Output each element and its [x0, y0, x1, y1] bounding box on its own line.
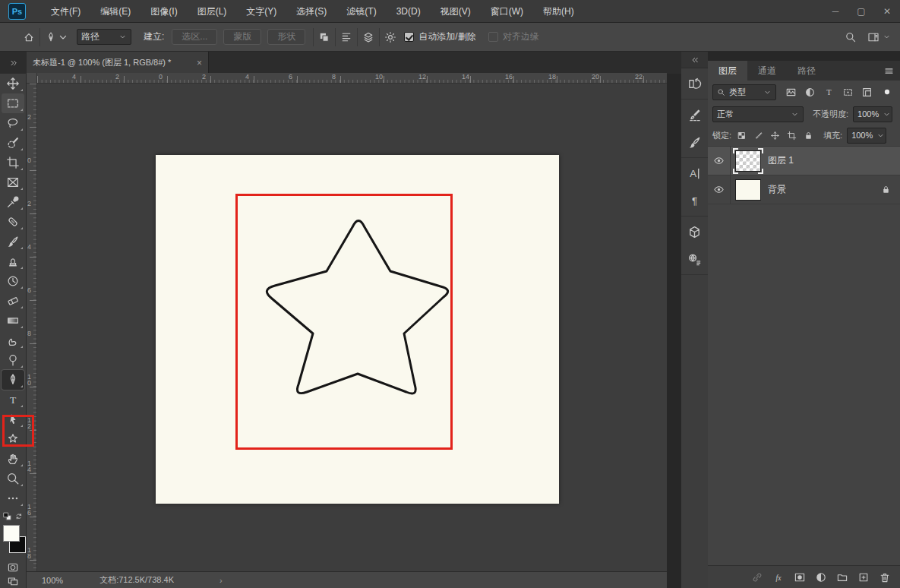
chevron-down-icon[interactable]	[57, 31, 69, 43]
lock-transparent-icon[interactable]	[734, 128, 749, 142]
minimize-button[interactable]: ─	[823, 0, 848, 23]
panel-tab-通道[interactable]: 通道	[747, 61, 787, 81]
quick-mask-button[interactable]	[2, 561, 24, 574]
layer-style-icon[interactable]: fx	[771, 570, 786, 585]
brush-tool[interactable]	[2, 232, 24, 251]
workspace-icon[interactable]	[867, 31, 879, 43]
menu-编辑(E)[interactable]: 编辑(E)	[90, 0, 141, 23]
marquee-tool[interactable]	[2, 93, 24, 113]
adjustment-layer-icon[interactable]	[813, 570, 829, 585]
menu-帮助(H)[interactable]: 帮助(H)	[533, 0, 584, 23]
layer-thumbnail[interactable]	[735, 150, 761, 172]
menu-文件(F)[interactable]: 文件(F)	[41, 0, 90, 23]
filter-type-icon[interactable]: T	[820, 84, 838, 100]
toolbar-expand-icon[interactable]	[0, 52, 27, 74]
healing-brush-tool[interactable]	[2, 212, 24, 232]
layer-row[interactable]: 图层 1	[708, 147, 900, 175]
lock-all-icon[interactable]	[801, 128, 816, 142]
menu-选择(S)[interactable]: 选择(S)	[286, 0, 336, 23]
pen-tool[interactable]	[2, 370, 24, 390]
path-arrange-icon[interactable]	[362, 31, 374, 43]
libraries-panel-button[interactable]	[685, 250, 705, 268]
swap-colors-icon[interactable]	[14, 511, 24, 521]
zoom-tool[interactable]	[2, 469, 24, 488]
filter-image-icon[interactable]	[782, 84, 800, 100]
make-button-蒙版[interactable]: 蒙版	[223, 29, 261, 45]
panel-tab-路径[interactable]: 路径	[787, 61, 826, 81]
edit-toolbar-button[interactable]	[2, 488, 24, 508]
chevron-down-icon[interactable]	[883, 33, 891, 41]
auto-add-delete-checkbox[interactable]	[404, 32, 414, 42]
menu-图像(I)[interactable]: 图像(I)	[141, 0, 187, 23]
filter-adjust-icon[interactable]	[801, 84, 819, 100]
frame-tool[interactable]	[2, 172, 24, 192]
filter-toggle[interactable]	[879, 84, 895, 100]
panel-menu-icon[interactable]	[877, 61, 900, 81]
quick-select-tool[interactable]	[2, 133, 24, 153]
menu-文字(Y)[interactable]: 文字(Y)	[236, 0, 286, 23]
document-tab[interactable]: 未标题-1 @ 100% (图层 1, RGB/8#) * ×	[27, 52, 209, 74]
screen-mode-button[interactable]	[2, 574, 24, 588]
menu-滤镜(T)[interactable]: 滤镜(T)	[336, 0, 386, 23]
3d-panel-button[interactable]	[685, 223, 705, 241]
blend-mode-dropdown[interactable]: 正常	[712, 106, 804, 122]
smudge-tool[interactable]	[2, 330, 24, 350]
menu-3D(D)[interactable]: 3D(D)	[387, 0, 431, 23]
fill-dropdown[interactable]: 100%	[847, 128, 886, 144]
zoom-level-field[interactable]: 100%	[42, 576, 63, 585]
brushes-panel-button[interactable]	[685, 133, 705, 151]
layer-name[interactable]: 背景	[768, 183, 786, 196]
history-panel-button[interactable]	[685, 74, 705, 93]
layer-thumbnail[interactable]	[735, 179, 761, 201]
layer-row[interactable]: 背景	[708, 175, 900, 204]
crop-tool[interactable]	[2, 153, 24, 172]
filter-shape-icon[interactable]	[839, 84, 857, 100]
new-layer-icon[interactable]	[856, 570, 871, 585]
paragraph-panel-button[interactable]: ¶	[685, 191, 705, 210]
shape-tool[interactable]	[2, 429, 24, 449]
lock-paint-icon[interactable]	[751, 128, 766, 142]
add-mask-icon[interactable]	[792, 570, 807, 585]
make-button-形状[interactable]: 形状	[267, 29, 305, 45]
delete-layer-icon[interactable]	[877, 570, 892, 585]
panel-tab-图层[interactable]: 图层	[708, 61, 747, 81]
layer-name[interactable]: 图层 1	[768, 154, 794, 167]
document-canvas[interactable]	[156, 155, 559, 504]
search-icon[interactable]	[845, 31, 857, 43]
dodge-tool[interactable]	[2, 350, 24, 370]
move-tool[interactable]	[2, 74, 24, 93]
foreground-color-swatch[interactable]	[3, 525, 20, 542]
make-button-选区...[interactable]: 选区...	[172, 29, 217, 45]
link-layers-icon[interactable]	[750, 570, 765, 585]
gear-icon[interactable]	[384, 31, 396, 43]
path-select-tool[interactable]	[2, 409, 24, 429]
type-tool[interactable]: T	[2, 390, 24, 409]
opacity-dropdown[interactable]: 100%	[853, 106, 892, 122]
menu-窗口(W)[interactable]: 窗口(W)	[481, 0, 533, 23]
clone-stamp-tool[interactable]	[2, 251, 24, 271]
default-colors-icon[interactable]	[2, 511, 13, 522]
menu-视图(V)[interactable]: 视图(V)	[431, 0, 481, 23]
tool-mode-dropdown[interactable]: 路径	[77, 29, 131, 45]
history-brush-tool[interactable]	[2, 271, 24, 291]
hand-tool[interactable]	[2, 449, 24, 469]
new-group-icon[interactable]	[835, 570, 850, 585]
home-icon[interactable]	[23, 31, 35, 43]
menu-图层(L)[interactable]: 图层(L)	[188, 0, 237, 23]
layer-visibility-toggle[interactable]	[708, 175, 731, 204]
path-operations-icon[interactable]	[318, 31, 330, 43]
filter-type-dropdown[interactable]: 类型	[712, 84, 776, 100]
dock-collapse-icon[interactable]	[681, 52, 708, 68]
eyedropper-tool[interactable]	[2, 192, 24, 212]
align-edges-checkbox[interactable]	[488, 32, 498, 42]
path-alignment-icon[interactable]	[340, 31, 352, 43]
maximize-button[interactable]: ▢	[848, 0, 874, 23]
pen-tool-preset-icon[interactable]	[45, 31, 57, 43]
lock-artboard-icon[interactable]	[785, 128, 799, 142]
close-button[interactable]: ✕	[874, 0, 900, 23]
gradient-tool[interactable]	[2, 311, 24, 330]
status-expander-icon[interactable]: ›	[219, 576, 223, 585]
character-panel-button[interactable]: A	[685, 164, 705, 182]
layer-visibility-toggle[interactable]	[708, 147, 731, 175]
brush-settings-panel-button[interactable]	[685, 106, 705, 124]
